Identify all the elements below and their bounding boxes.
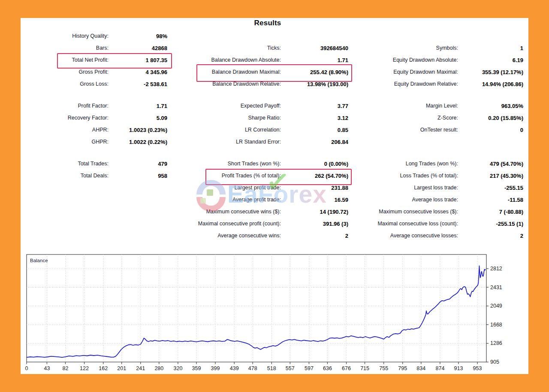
stat-row: Z-Score:0.20 (15.85%) xyxy=(362,112,523,124)
stat-row: Average profit trade:16.59 xyxy=(172,194,348,206)
stat-label: Equity Drawdown Relative: xyxy=(362,81,458,87)
stat-row: Balance Drawdown Relative:13.98% (193.00… xyxy=(172,78,348,90)
x-tick-label: 795 xyxy=(398,365,407,371)
stat-label: GHPR: xyxy=(39,139,109,145)
stat-value: -255.15 (1) xyxy=(458,221,523,227)
x-tick-label: 359 xyxy=(192,365,201,371)
stat-label: Loss Trades (% of total): xyxy=(362,173,458,179)
stat-label: Largest loss trade: xyxy=(362,185,458,191)
x-tick-label: 913 xyxy=(454,365,463,371)
stat-value: 479 (54.70%) xyxy=(458,161,523,167)
stat-label: Z-Score: xyxy=(362,115,458,121)
stat-row: Loss Trades (% of total):217 (45.30%) xyxy=(362,170,523,182)
stat-label: Total Trades: xyxy=(39,161,109,167)
stat-row: OnTester result:0 xyxy=(362,124,523,136)
x-tick-label: 122 xyxy=(80,365,89,371)
stat-row: Profit Factor:1.71 xyxy=(39,100,167,112)
stat-row: Balance Drawdown Absolute:1.71 xyxy=(172,54,348,66)
x-tick-label: 636 xyxy=(323,365,332,371)
stat-row: Bars:42868 xyxy=(39,42,167,54)
stat-value: 0 (0.00%) xyxy=(281,161,348,167)
x-tick-label: 399 xyxy=(211,365,220,371)
stat-label: Average loss trade: xyxy=(362,197,458,203)
stat-label: Symbols: xyxy=(362,45,458,51)
stat-row: AHPR:1.0023 (0.23%) xyxy=(39,124,167,136)
stat-row: LR Correlation:0.85 xyxy=(172,124,348,136)
x-tick-label: 715 xyxy=(360,365,369,371)
stat-row: Total Deals:958 xyxy=(39,170,167,182)
stat-label: Balance Drawdown Relative: xyxy=(172,81,281,87)
stat-label: Maximum consecutive wins ($): xyxy=(172,209,281,215)
stat-value: -2 538.61 xyxy=(109,81,167,87)
stat-value: 2 xyxy=(281,233,348,239)
x-tick-label: 597 xyxy=(305,365,314,371)
stat-row: Maximum consecutive losses ($):7 (-80.88… xyxy=(362,206,523,218)
stat-row: Equity Drawdown Relative:14.94% (206.86) xyxy=(362,78,523,90)
balance-chart: 0438212216220124128032035939943947851855… xyxy=(0,248,549,377)
stat-value: 262 (54.70%) xyxy=(281,173,348,179)
stat-row: Total Trades:479 xyxy=(39,158,167,170)
stat-value: 479 xyxy=(109,161,167,167)
stat-label: Average profit trade: xyxy=(172,197,281,203)
stat-row: Gross Loss:-2 538.61 xyxy=(39,78,167,90)
stat-value: 98% xyxy=(109,33,167,39)
y-tick-label: 1286 xyxy=(490,340,502,346)
stat-row: History Quality:98% xyxy=(39,30,167,42)
stat-row: Balance Drawdown Maximal:255.42 (8.90%) xyxy=(172,66,348,78)
stat-label: Equity Drawdown Maximal: xyxy=(362,69,458,75)
stat-value: 1.71 xyxy=(109,103,167,109)
stat-label: Equity Drawdown Absolute: xyxy=(362,57,458,63)
page-title: Results xyxy=(0,19,535,27)
stat-label: LR Correlation: xyxy=(172,127,281,133)
stat-label: History Quality: xyxy=(39,33,109,39)
x-tick-label: 280 xyxy=(154,365,163,371)
stat-value: -255.15 xyxy=(458,185,523,191)
stat-label: Average consecutive losses: xyxy=(362,233,458,239)
stat-label: Expected Payoff: xyxy=(172,103,281,109)
stat-label: OnTester result: xyxy=(362,127,458,133)
x-tick-label: 320 xyxy=(173,365,182,371)
x-tick-label: 162 xyxy=(99,365,108,371)
stat-value: 206.84 xyxy=(281,139,348,145)
stat-value: 958 xyxy=(109,173,167,179)
balance-chart-svg: 0438212216220124128032035939943947851855… xyxy=(0,248,549,377)
stat-value: 4 345.96 xyxy=(109,69,167,75)
stat-label: Maximal consecutive profit (count): xyxy=(172,221,281,227)
stat-value: 0.20 (15.85%) xyxy=(458,115,523,121)
y-tick-label: 2812 xyxy=(490,266,502,272)
stat-label: Recovery Factor: xyxy=(39,115,109,121)
stat-row: LR Standard Error:206.84 xyxy=(172,136,348,148)
x-tick-label: 241 xyxy=(136,365,145,371)
stat-row: Profit Trades (% of total):262 (54.70%) xyxy=(172,170,348,182)
stat-value: 1.0023 (0.23%) xyxy=(109,127,167,133)
stat-label: Short Trades (won %): xyxy=(172,161,281,167)
stat-label: Bars: xyxy=(39,45,109,51)
stat-value: 14 (190.72) xyxy=(281,209,348,215)
y-tick-label: 2049 xyxy=(490,303,502,309)
stat-label: Ticks: xyxy=(172,45,281,51)
stat-row: Largest profit trade:231.88 xyxy=(172,182,348,194)
stat-label: Profit Factor: xyxy=(39,103,109,109)
stat-value: 255.42 (8.90%) xyxy=(281,69,348,75)
y-tick-label: 2431 xyxy=(490,284,502,290)
x-tick-label: 43 xyxy=(44,365,50,371)
stat-row: Maximum consecutive wins ($):14 (190.72) xyxy=(172,206,348,218)
x-tick-label: 478 xyxy=(248,365,257,371)
stat-label: Total Net Profit: xyxy=(39,57,109,63)
chart-legend-label: Balance xyxy=(30,258,48,263)
stat-label: Total Deals: xyxy=(39,173,109,179)
stat-label: Long Trades (won %): xyxy=(362,161,458,167)
stat-row: Sharpe Ratio:3.12 xyxy=(172,112,348,124)
stat-value: 3.12 xyxy=(281,115,348,121)
stat-label: Gross Profit: xyxy=(39,69,109,75)
stat-row: Recovery Factor:5.09 xyxy=(39,112,167,124)
stat-row: Gross Profit:4 345.96 xyxy=(39,66,167,78)
stat-value: 13.98% (193.00) xyxy=(281,81,348,87)
y-tick-label: 1668 xyxy=(490,322,502,328)
x-tick-label: 755 xyxy=(379,365,388,371)
x-tick-label: 518 xyxy=(267,365,276,371)
stat-value: 355.39 (12.17%) xyxy=(458,69,523,75)
stat-value: -11.58 xyxy=(458,197,523,203)
stat-label: Balance Drawdown Absolute: xyxy=(172,57,281,63)
stat-label: Maximum consecutive losses ($): xyxy=(362,209,458,215)
